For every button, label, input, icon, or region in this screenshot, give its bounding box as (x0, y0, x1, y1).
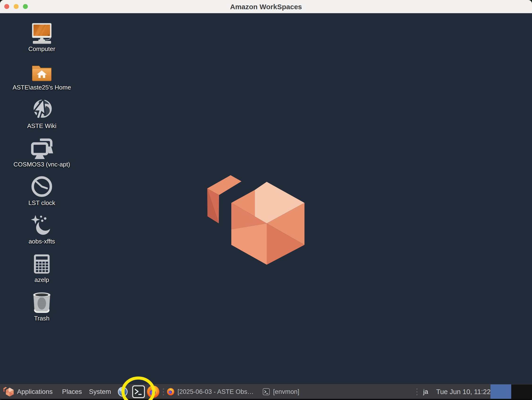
workspaces-menu-logo-icon[interactable] (3, 386, 14, 397)
titlebar: Amazon WorkSpaces (0, 0, 532, 13)
amazon-workspaces-logo (203, 169, 309, 271)
blue-globe-launcher-icon[interactable] (118, 387, 128, 397)
screen-bottom-edge (0, 399, 532, 400)
home-folder-icon (31, 63, 53, 82)
desktop-icon-home[interactable]: ASTE\aste25's Home (23, 59, 61, 91)
task-terminal-icon[interactable] (263, 388, 270, 395)
desktop-icon-aste-wiki[interactable]: ASTE Wiki (23, 97, 61, 130)
desktop-icon-label: ASTE Wiki (27, 122, 57, 130)
menu-applications[interactable]: Applications (17, 384, 53, 399)
desktop-icon-trash[interactable]: Trash (23, 290, 61, 322)
bottom-panel: Applications Places System (0, 384, 532, 399)
trash-basket-icon (31, 291, 52, 313)
task-item-envmon[interactable]: [envmon] (273, 384, 299, 399)
vnc-dual-screens-icon (30, 137, 53, 159)
panel-clock[interactable]: Tue Jun 10, 11:22 (436, 384, 491, 399)
desktop-icon-lst-clock[interactable]: LST clock (23, 174, 61, 206)
desktop-icon-label: ASTE\aste25's Home (13, 84, 71, 91)
calculator-icon (31, 253, 53, 275)
keyboard-layout-indicator[interactable]: ja (423, 384, 428, 399)
desktop-icon-aobs-xffts[interactable]: aobs-xffts (23, 213, 61, 245)
terminal-launcher-icon[interactable] (132, 385, 146, 399)
desktop-icon-azelp[interactable]: azelp (23, 251, 61, 284)
menu-system[interactable]: System (89, 384, 111, 399)
task-firefox-icon[interactable] (167, 388, 175, 396)
firefox-launcher-icon[interactable] (146, 385, 160, 399)
desktop-icon-label: Computer (28, 45, 55, 53)
menu-places[interactable]: Places (62, 384, 82, 399)
desktop-icon-label: aobs-xffts (29, 238, 55, 245)
clock-icon (31, 175, 53, 198)
desktop-icon-label: azelp (34, 276, 49, 284)
desktop: Computer ASTE\aste25's Home (0, 13, 532, 384)
indicator-drag-handle[interactable] (416, 384, 418, 399)
screen: Amazon WorkSpaces (0, 0, 532, 400)
moon-stars-icon (31, 214, 53, 236)
workspace-switcher-inactive[interactable] (511, 384, 532, 399)
workspaces-client-window: Amazon WorkSpaces (0, 0, 532, 400)
desktop-icon-label: COSMOS3 (vnc-apt) (13, 161, 70, 168)
window-list-drag-handle[interactable] (162, 384, 164, 399)
window-title: Amazon WorkSpaces (0, 0, 532, 13)
workspace-switcher-active[interactable] (490, 384, 511, 399)
desktop-icon-label: Trash (34, 315, 50, 322)
computer-icon (30, 22, 54, 44)
desktop-icon-cosmos3[interactable]: COSMOS3 (vnc-apt) (23, 136, 61, 168)
desktop-icon-label: LST clock (28, 199, 55, 206)
desktop-icon-computer[interactable]: Computer (23, 20, 61, 53)
wiki-globe-cursor-icon (31, 98, 53, 121)
task-item-firefox-window[interactable]: [2025-06-03 - ASTE Obs… (177, 384, 254, 399)
